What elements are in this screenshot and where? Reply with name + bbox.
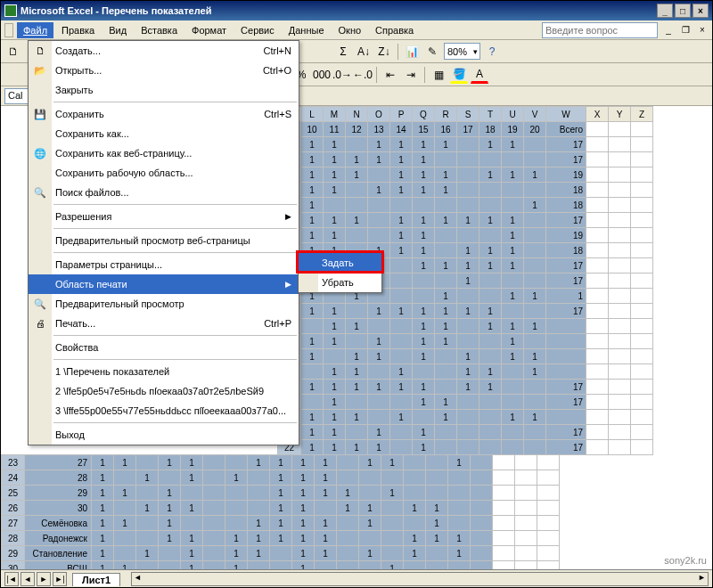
menu-window[interactable]: Окно [332, 22, 368, 38]
cell[interactable]: 1 [368, 152, 390, 167]
cell[interactable] [248, 501, 270, 516]
cell[interactable]: 1 [359, 516, 381, 531]
menu-create[interactable]: 🗋Создать...Ctrl+N [29, 41, 299, 61]
cell[interactable] [546, 349, 586, 364]
cell[interactable]: 1 [359, 546, 381, 561]
cell[interactable]: 1 [346, 152, 368, 167]
cell[interactable]: 19 [546, 228, 586, 243]
cell[interactable]: 17 [457, 122, 479, 137]
cell[interactable] [524, 425, 546, 440]
cell[interactable] [448, 516, 471, 531]
cell[interactable] [479, 410, 502, 425]
cell[interactable]: 1 [270, 531, 292, 546]
cell[interactable]: 1 [301, 304, 324, 319]
cell[interactable] [368, 410, 390, 425]
cell[interactable]: 1 [413, 395, 435, 410]
cell[interactable]: 1 [448, 455, 471, 470]
cell[interactable]: 1 [324, 380, 346, 395]
cell[interactable]: 1 [479, 364, 502, 380]
cell[interactable] [337, 531, 359, 546]
cell[interactable] [609, 395, 631, 410]
cell[interactable]: 1 [346, 380, 368, 395]
cell[interactable]: 1 [301, 410, 324, 425]
cell[interactable] [337, 516, 359, 531]
cell[interactable]: 1 [381, 561, 404, 570]
mdi-minimize[interactable]: _ [662, 24, 675, 37]
cell[interactable]: 1 [324, 440, 346, 455]
cell[interactable] [609, 213, 631, 228]
cell[interactable]: 1 [413, 152, 435, 167]
column-header[interactable]: M [324, 107, 346, 122]
column-header[interactable]: X [586, 107, 609, 122]
cell[interactable] [390, 334, 413, 349]
cell[interactable] [524, 213, 546, 228]
cell[interactable] [515, 455, 537, 470]
cell[interactable] [368, 198, 390, 213]
cell[interactable] [203, 470, 225, 486]
cell[interactable] [136, 486, 159, 501]
cell[interactable] [493, 531, 515, 546]
cell[interactable] [426, 455, 448, 470]
cell[interactable] [586, 228, 609, 243]
cell[interactable]: 1 [457, 349, 479, 364]
cell[interactable] [479, 349, 502, 364]
toolbar-grip[interactable] [4, 23, 13, 37]
cell[interactable]: 1 [301, 425, 324, 440]
cell[interactable] [413, 289, 435, 304]
dec-decimal-icon[interactable]: ←.0 [354, 66, 372, 84]
cell[interactable]: 1 [524, 289, 546, 304]
cell[interactable]: 1 [426, 501, 448, 516]
cell[interactable] [390, 349, 413, 364]
cell[interactable] [586, 152, 609, 167]
ask-question-box[interactable] [542, 22, 658, 38]
cell[interactable] [502, 198, 524, 213]
cell[interactable]: 1 [368, 425, 390, 440]
cell[interactable]: 1 [368, 440, 390, 455]
cell[interactable] [435, 152, 457, 167]
cell[interactable] [493, 516, 515, 531]
cell[interactable] [203, 455, 225, 470]
cell[interactable] [426, 470, 448, 486]
cell[interactable] [203, 501, 225, 516]
cell[interactable] [337, 561, 359, 570]
cell[interactable]: 1 [248, 516, 270, 531]
cell[interactable]: 1 [413, 380, 435, 395]
cell[interactable] [435, 243, 457, 258]
inc-decimal-icon[interactable]: .0→ [333, 66, 351, 84]
cell[interactable]: 1 [248, 531, 270, 546]
cell[interactable]: 11 [324, 122, 346, 137]
cell[interactable]: 1 [404, 546, 426, 561]
cell[interactable]: 1 [413, 243, 435, 258]
cell[interactable]: 1 [404, 531, 426, 546]
cell[interactable] [346, 228, 368, 243]
cell[interactable] [225, 486, 248, 501]
column-header[interactable]: U [502, 107, 524, 122]
cell[interactable]: 1 [524, 167, 546, 183]
cell[interactable] [631, 183, 653, 198]
cell[interactable] [586, 137, 609, 152]
cell[interactable]: 1 [479, 137, 502, 152]
minimize-button[interactable]: _ [657, 4, 673, 18]
cell[interactable] [631, 425, 653, 440]
cell[interactable]: 1 [292, 531, 315, 546]
cell[interactable] [479, 274, 502, 289]
cell[interactable] [537, 501, 560, 516]
cell[interactable]: 1 [435, 183, 457, 198]
menu-save-workspace[interactable]: Сохранить рабочую область... [29, 163, 299, 183]
cell[interactable] [435, 425, 457, 440]
borders-icon[interactable]: ▦ [430, 66, 447, 84]
column-header[interactable]: O [368, 107, 390, 122]
cell[interactable]: 1 [479, 304, 502, 319]
cell[interactable] [524, 183, 546, 198]
cell[interactable] [586, 289, 609, 304]
cell[interactable] [524, 228, 546, 243]
cell[interactable]: 1 [315, 531, 337, 546]
cell[interactable]: 1 [435, 319, 457, 334]
cell[interactable]: 17 [546, 213, 586, 228]
cell[interactable] [546, 364, 586, 380]
zoom-combo[interactable]: 80% [444, 43, 480, 60]
cell[interactable] [448, 486, 471, 501]
cell[interactable] [524, 258, 546, 274]
cell[interactable] [448, 470, 471, 486]
row-header[interactable]: 27 [2, 516, 25, 531]
